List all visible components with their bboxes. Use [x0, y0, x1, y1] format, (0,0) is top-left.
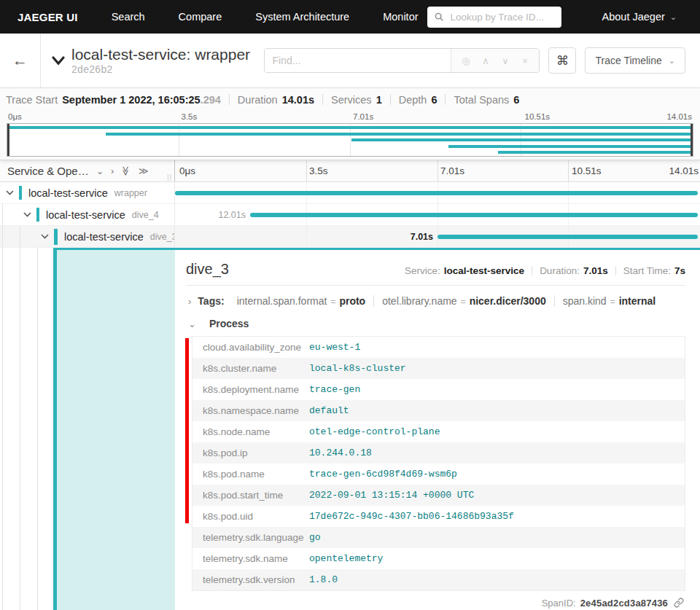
- nav-item[interactable]: Monitor: [383, 11, 418, 23]
- tags-section-toggle[interactable]: › Tags: internal.span.format=protootel.l…: [186, 286, 685, 307]
- locate-icon[interactable]: ◎: [456, 55, 475, 66]
- tag-key: span.kind: [563, 295, 607, 307]
- process-section-toggle[interactable]: ⌄ Process: [186, 307, 685, 336]
- depth-value: 6: [431, 94, 437, 106]
- nav-item[interactable]: System Architecture: [255, 11, 349, 23]
- duration-value: 7.01s: [583, 265, 608, 276]
- span-service-name: local-test-service: [28, 187, 108, 199]
- close-icon[interactable]: ×: [515, 55, 534, 66]
- process-row: k8s.pod.uid17de672c-949c-4307-bb06-14686…: [192, 506, 685, 527]
- nav-item[interactable]: Search: [112, 11, 145, 23]
- tick-label: 7.01s: [353, 112, 373, 121]
- minimap-right-scrubber[interactable]: [691, 124, 693, 156]
- minimap-span-bar: [498, 151, 691, 154]
- span-service-name: local-test-service: [64, 231, 144, 243]
- duration-value: 14.01s: [282, 94, 314, 106]
- chevron-down-icon[interactable]: ∨: [495, 55, 515, 66]
- tick-label: 14.01s: [666, 112, 692, 121]
- trace-id-search-input[interactable]: [449, 11, 555, 23]
- timeline-minimap: 0μs 3.5s 7.01s 10.51s 14.01s: [0, 111, 700, 160]
- column-resize-handle[interactable]: ||: [167, 173, 172, 181]
- span-bar[interactable]: [175, 191, 698, 195]
- trace-id-search[interactable]: [427, 7, 561, 28]
- span-tree-cell[interactable]: local-test-service dive_3: [0, 226, 175, 247]
- services-label: Services: [331, 94, 372, 106]
- trace-start-value: September 1 2022, 16:05:25: [62, 94, 200, 106]
- double-chevron-right-icon[interactable]: ≫: [139, 166, 149, 176]
- span-id-label: SpanID:: [542, 598, 576, 609]
- process-key: k8s.pod.name: [192, 469, 309, 480]
- span-row-dive-4[interactable]: local-test-service dive_4 12.01s: [0, 204, 700, 226]
- chevron-up-icon[interactable]: ∧: [475, 55, 495, 66]
- depth-label: Depth: [399, 94, 427, 106]
- process-row: telemetry.sdk.nameopentelemetry: [192, 548, 685, 569]
- process-value: 17de672c-949c-4307-bb06-14686b93a35f: [309, 511, 514, 522]
- nav-items: SearchCompareSystem ArchitectureMonitor: [112, 11, 419, 23]
- command-icon: ⌘: [556, 53, 569, 69]
- span-bar[interactable]: [250, 213, 698, 217]
- span-detail-highlight: [57, 248, 175, 610]
- process-row: cloud.availability_zoneeu-west-1: [192, 337, 685, 358]
- equals-sign: =: [330, 297, 335, 307]
- tag-item: internal.span.format=proto: [229, 295, 374, 307]
- double-chevron-down-icon[interactable]: ≫: [122, 166, 131, 176]
- span-detail-footer: SpanID: 2e45ad2cd3a87436: [186, 591, 685, 610]
- trace-header-controls: ◎ ∧ ∨ × ⌘ Trace Timeline ⌄: [264, 47, 700, 74]
- chevron-down-icon[interactable]: [41, 234, 49, 239]
- span-operation-name: dive_3: [150, 232, 175, 242]
- process-key: k8s.pod.uid: [192, 511, 309, 522]
- process-row: k8s.pod.ip10.244.0.18: [192, 442, 685, 464]
- total-spans-value: 6: [513, 94, 519, 106]
- back-button[interactable]: ←: [0, 34, 41, 87]
- brand-logo[interactable]: JAEGER UI: [18, 11, 78, 23]
- span-timeline-cell[interactable]: [175, 182, 700, 203]
- tick-label: 0μs: [179, 165, 195, 176]
- process-row: k8s.pod.start_time2022-09-01 13:15:14 +0…: [192, 485, 685, 506]
- minimap-span-bar: [448, 145, 691, 148]
- process-marker-bar: [185, 338, 189, 523]
- link-icon[interactable]: [674, 598, 684, 608]
- tick-label: 10.51s: [572, 165, 602, 176]
- trace-id-short: 2de26b2: [71, 63, 250, 75]
- process-row: k8s.node.nameotel-edge-control-plane: [192, 421, 685, 442]
- process-value: trace-gen: [309, 384, 360, 395]
- span-row-dive-3[interactable]: local-test-service dive_3 7.01s: [0, 226, 700, 248]
- chevron-right-icon[interactable]: ›: [111, 166, 114, 176]
- service-operation-title: Service & Operation: [7, 165, 89, 177]
- services-value: 1: [376, 94, 382, 106]
- tick-label: 3.5s: [309, 165, 328, 176]
- tag-item: otel.library.name=nicer.dicer/3000: [373, 295, 554, 307]
- trace-summary: Trace Start September 1 2022, 16:05:25 .…: [0, 88, 700, 111]
- span-duration-label: 7.01s: [411, 232, 433, 242]
- chevron-down-icon: [51, 55, 66, 66]
- trace-view-selector[interactable]: Trace Timeline ⌄: [585, 47, 685, 74]
- service-operation-header: Service & Operation ⌄ › ≫ ≫ ||: [0, 160, 175, 181]
- tag-value: proto: [339, 295, 365, 307]
- span-operation-name: dive_4: [132, 210, 159, 220]
- about-jaeger-menu[interactable]: About Jaeger ⌄: [602, 11, 677, 23]
- keyboard-shortcuts-button[interactable]: ⌘: [548, 47, 576, 74]
- divider: [322, 94, 323, 105]
- span-bar[interactable]: [438, 235, 698, 239]
- span-timeline-cell[interactable]: 12.01s: [175, 204, 700, 225]
- minimap-span-bar: [351, 138, 691, 141]
- nav-item[interactable]: Compare: [179, 11, 222, 23]
- trace-collapse-toggle[interactable]: [51, 55, 66, 66]
- span-row-wrapper[interactable]: local-test-service wrapper: [0, 182, 700, 204]
- minimap-canvas[interactable]: [7, 123, 693, 157]
- jaeger-app: JAEGER UI SearchCompareSystem Architectu…: [0, 0, 700, 610]
- span-timeline-cell[interactable]: 7.01s: [175, 226, 700, 247]
- chevron-down-icon[interactable]: [6, 190, 14, 195]
- duration-label: Duration: [238, 94, 278, 106]
- span-tree-cell[interactable]: local-test-service wrapper: [0, 182, 175, 203]
- minimap-left-scrubber[interactable]: [7, 124, 9, 156]
- process-key: k8s.pod.ip: [192, 447, 309, 458]
- process-value: go: [309, 532, 321, 543]
- chevron-down-icon[interactable]: ⌄: [96, 167, 104, 176]
- process-key: telemetry.sdk.language: [192, 532, 309, 543]
- span-tree-cell[interactable]: local-test-service dive_4: [0, 204, 175, 225]
- chevron-down-icon[interactable]: [23, 212, 31, 217]
- tick-label: 14.01s: [669, 165, 699, 176]
- start-time-value: 7s: [674, 265, 685, 276]
- find-input[interactable]: [265, 49, 451, 72]
